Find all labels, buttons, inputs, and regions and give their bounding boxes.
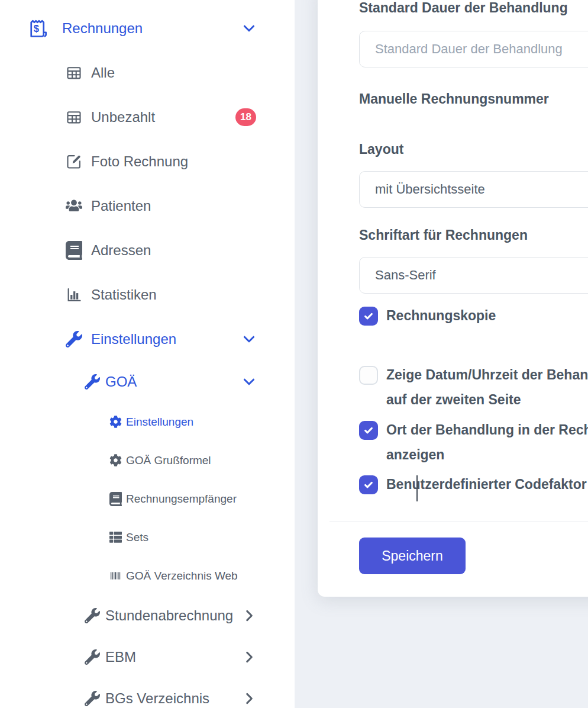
- gear-icon: [109, 454, 122, 466]
- sidebar-item-label: Foto Rechnung: [91, 153, 188, 170]
- custom-codefactor-checkbox-row[interactable]: Benutzerdefinierter Codefaktor: [359, 475, 588, 497]
- sidebar-item-label: GOÄ Verzeichnis Web: [126, 569, 238, 583]
- invoice-copy-label: Rechnungskopie: [386, 303, 496, 328]
- chevron-down-icon[interactable]: [241, 332, 257, 347]
- chart-bar-icon: [66, 287, 82, 303]
- sidebar-item-goa[interactable]: GOÄ: [0, 361, 295, 403]
- chevron-down-icon[interactable]: [241, 21, 257, 36]
- sidebar-item-label: EBM: [105, 649, 136, 665]
- chevron-right-icon[interactable]: [241, 608, 257, 623]
- chevron-right-icon[interactable]: [241, 691, 257, 706]
- invoice-font-label: Schriftart für Rechnungen: [359, 226, 588, 244]
- treatment-location-label: Ort der Behandlung in der Rechnunganzeig…: [386, 417, 588, 467]
- sidebar-item-label: Rechnungsempfänger: [126, 493, 237, 506]
- sidebar-item-einstellungen[interactable]: Einstellungen: [0, 317, 295, 361]
- text-cursor: [416, 475, 418, 501]
- sidebar-item-statistiken[interactable]: Statistiken: [0, 272, 295, 317]
- wrench-icon: [66, 331, 82, 347]
- sidebar-item-label: GOÄ: [105, 374, 137, 390]
- users-icon: [66, 199, 82, 212]
- layout-select-value: mit Übersichtsseite: [375, 182, 485, 197]
- sidebar-item-label: Adressen: [91, 242, 151, 259]
- sidebar-item-label: Rechnungen: [62, 20, 143, 37]
- unpaid-count-badge: 18: [235, 108, 256, 126]
- checkbox-checked-icon[interactable]: [359, 307, 378, 326]
- sidebar-item-sets[interactable]: Sets: [0, 518, 295, 556]
- barcode-icon: [109, 569, 122, 582]
- book-icon: [109, 492, 122, 506]
- layout-label: Layout: [359, 140, 588, 158]
- sidebar-item-rechnungen[interactable]: $ Rechnungen: [0, 6, 295, 50]
- wrench-icon: [85, 374, 100, 390]
- chevron-right-icon[interactable]: [241, 649, 257, 665]
- edit-icon: [66, 153, 82, 170]
- sidebar-item-label: BGs Verzeichnis: [105, 690, 209, 707]
- sidebar-item-adressen[interactable]: Adressen: [0, 228, 295, 272]
- sidebar-item-label: Einstellungen: [91, 331, 176, 347]
- manual-invoice-number-label: Manuelle Rechnungsnummer: [359, 90, 588, 108]
- sidebar-item-unbezahlt[interactable]: Unbezahlt 18: [0, 95, 295, 139]
- invoice-font-select-value: Sans-Serif: [375, 268, 436, 283]
- sidebar-item-rechnungsempfaenger[interactable]: Rechnungsempfänger: [0, 479, 295, 518]
- sidebar: $ Rechnungen Alle Unbezahlt 18 Foto Rech…: [0, 0, 295, 708]
- wrench-icon: [85, 691, 100, 706]
- save-button[interactable]: Speichern: [359, 538, 466, 574]
- sidebar-item-goa-verzeichnis-web[interactable]: GOÄ Verzeichnis Web: [0, 556, 295, 595]
- book-icon: [66, 241, 82, 260]
- sidebar-item-bgs-verzeichnis[interactable]: BGs Verzeichnis: [0, 678, 295, 708]
- duration-input[interactable]: [359, 31, 588, 67]
- table-icon: [66, 65, 82, 81]
- gear-icon: [109, 416, 122, 428]
- invoice-copy-checkbox-row[interactable]: Rechnungskopie: [359, 307, 588, 328]
- wrench-icon: [85, 608, 100, 623]
- sidebar-item-label: Statistiken: [91, 287, 157, 303]
- sidebar-item-patienten[interactable]: Patienten: [0, 184, 295, 228]
- sidebar-item-foto-rechnung[interactable]: Foto Rechnung: [0, 139, 295, 184]
- settings-card: Standard Dauer der Behandlung Manuelle R…: [318, 0, 588, 597]
- sidebar-item-ebm[interactable]: EBM: [0, 636, 295, 678]
- show-datetime-label: Zeige Datum/Uhrzeit der Behandlungauf de…: [386, 362, 588, 412]
- layout-select[interactable]: mit Übersichtsseite: [359, 171, 588, 208]
- sidebar-item-label: Einstellungen: [126, 416, 193, 429]
- form-divider: [329, 522, 588, 522]
- checkbox-checked-icon[interactable]: [359, 421, 378, 440]
- sidebar-item-label: Sets: [126, 531, 148, 544]
- sidebar-item-goa-grussformel[interactable]: GOÄ Grußformel: [0, 441, 295, 479]
- chevron-down-icon[interactable]: [241, 374, 257, 390]
- treatment-location-checkbox-row[interactable]: Ort der Behandlung in der Rechnunganzeig…: [359, 421, 588, 467]
- checkbox-checked-icon[interactable]: [359, 475, 378, 494]
- sidebar-item-label: GOÄ Grußformel: [126, 454, 211, 467]
- checkbox-unchecked-icon[interactable]: [359, 366, 378, 385]
- wrench-icon: [85, 649, 100, 665]
- show-datetime-checkbox-row[interactable]: Zeige Datum/Uhrzeit der Behandlungauf de…: [359, 366, 588, 412]
- duration-label: Standard Dauer der Behandlung: [359, 0, 588, 17]
- sidebar-item-alle[interactable]: Alle: [0, 50, 295, 95]
- sidebar-item-stundenabrechnung[interactable]: Stundenabrechnung: [0, 595, 295, 636]
- svg-text:$: $: [34, 23, 39, 34]
- sidebar-item-label: Stundenabrechnung: [105, 607, 233, 624]
- list-icon: [109, 531, 122, 543]
- invoice-font-select[interactable]: Sans-Serif: [359, 257, 588, 294]
- sidebar-item-label: Alle: [91, 65, 115, 81]
- sidebar-item-label: Unbezahlt: [91, 109, 155, 125]
- sidebar-item-goa-einstellungen[interactable]: Einstellungen: [0, 403, 295, 441]
- table-icon: [66, 109, 82, 125]
- sidebar-item-label: Patienten: [91, 198, 151, 214]
- receipt-dollar-icon: $: [27, 18, 49, 39]
